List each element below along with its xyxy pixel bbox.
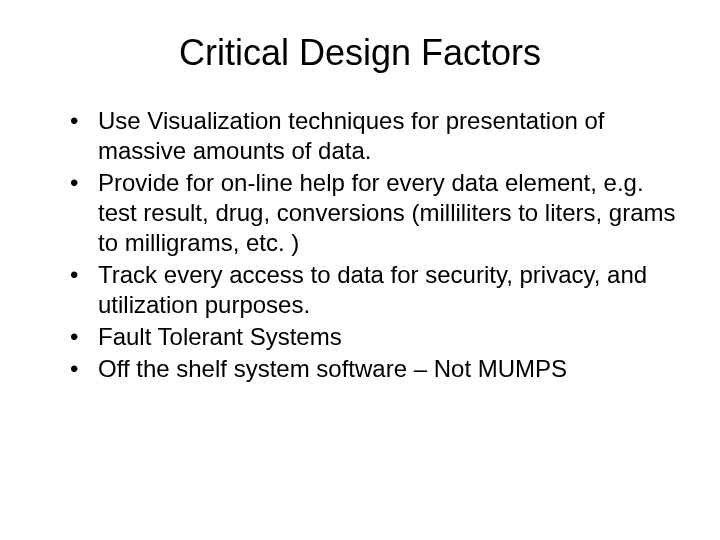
slide-title: Critical Design Factors <box>40 32 680 74</box>
bullet-item: Fault Tolerant Systems <box>70 322 680 352</box>
bullet-item: Provide for on-line help for every data … <box>70 168 680 258</box>
bullet-item: Track every access to data for security,… <box>70 260 680 320</box>
bullet-item: Off the shelf system software – Not MUMP… <box>70 354 680 384</box>
bullet-item: Use Visualization techniques for present… <box>70 106 680 166</box>
bullet-list: Use Visualization techniques for present… <box>40 106 680 384</box>
